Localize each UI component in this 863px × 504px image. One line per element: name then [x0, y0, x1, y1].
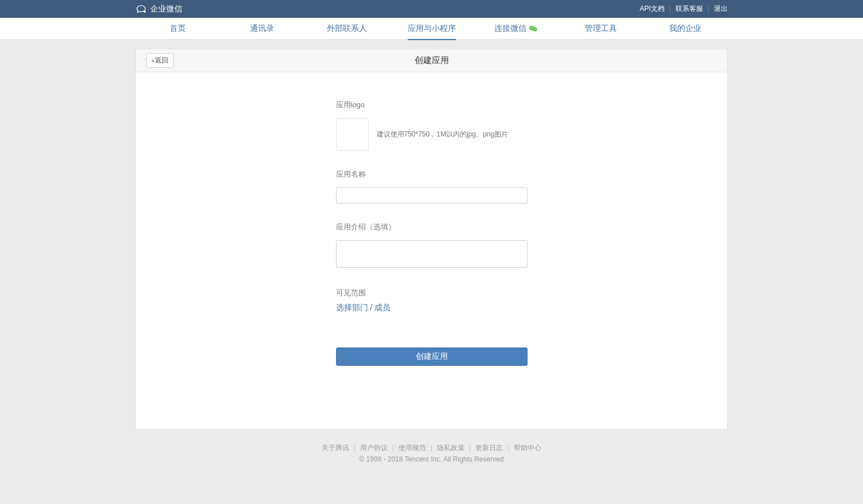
back-button[interactable]: « 返回: [146, 53, 174, 68]
separator: |: [708, 5, 709, 13]
brand-name: 企业微信: [150, 4, 182, 14]
separator: |: [392, 444, 394, 452]
nav-item-label: 连接微信: [494, 24, 526, 34]
topbar-link-api[interactable]: API文档: [639, 4, 664, 14]
footer-link-5[interactable]: 帮助中心: [514, 444, 541, 452]
topbar-link-support[interactable]: 联系客服: [675, 4, 703, 14]
separator: |: [507, 444, 509, 452]
nav-item-label: 我的企业: [669, 24, 701, 34]
nav-item-4[interactable]: 连接微信: [474, 18, 559, 40]
topbar-link-logout[interactable]: 退出: [714, 4, 728, 14]
svg-point-2: [533, 28, 537, 32]
create-app-button[interactable]: 创建应用: [336, 347, 528, 366]
brand-logo[interactable]: 企业微信: [135, 3, 182, 15]
page-title: 创建应用: [415, 55, 449, 66]
chevron-left-icon: «: [151, 57, 153, 64]
nav-item-3[interactable]: 应用与小程序: [389, 18, 474, 40]
svg-point-6: [536, 29, 536, 29]
app-name-input[interactable]: [336, 187, 528, 204]
app-desc-label: 应用介绍（选填）: [336, 222, 528, 232]
footer-link-1[interactable]: 用户协议: [360, 444, 388, 452]
nav-item-6[interactable]: 我的企业: [643, 18, 728, 40]
separator: |: [469, 444, 471, 452]
nav-item-5[interactable]: 管理工具: [559, 18, 643, 40]
app-name-label: 应用名称: [336, 169, 528, 179]
back-label: 返回: [155, 56, 169, 65]
logo-hint: 建议使用750*750，1M以内的jpg、png图片: [377, 130, 508, 139]
select-scope-link[interactable]: 选择部门 / 成员: [336, 303, 391, 312]
logo-uploader[interactable]: [336, 118, 369, 151]
separator: |: [669, 5, 671, 13]
svg-point-3: [530, 27, 531, 28]
footer-link-4[interactable]: 更新日志: [475, 444, 503, 452]
topbar-right: API文档 | 联系客服 | 退出: [639, 4, 728, 14]
svg-point-4: [532, 27, 533, 28]
svg-point-0: [144, 10, 146, 13]
svg-point-5: [534, 29, 534, 29]
logo-label: 应用logo: [336, 100, 528, 110]
separator: |: [354, 444, 356, 452]
nav-item-label: 首页: [170, 24, 186, 34]
footer-link-0[interactable]: 关于腾讯: [322, 444, 349, 452]
copyright: © 1998 - 2018 Tencent Inc. All Rights Re…: [135, 455, 728, 463]
nav-item-2[interactable]: 外部联系人: [304, 18, 389, 40]
scope-label: 可见范围: [336, 288, 528, 298]
nav-item-label: 管理工具: [585, 24, 617, 34]
chat-bubble-icon: [135, 3, 148, 15]
nav-item-1[interactable]: 通讯录: [220, 18, 305, 40]
nav-item-label: 通讯录: [250, 24, 274, 34]
wechat-icon: [529, 24, 538, 33]
footer-link-2[interactable]: 使用规范: [399, 444, 426, 452]
footer-link-3[interactable]: 隐私政策: [437, 444, 464, 452]
nav-item-0[interactable]: 首页: [135, 18, 220, 40]
nav-item-label: 外部联系人: [327, 24, 367, 34]
separator: |: [431, 444, 432, 452]
app-desc-input[interactable]: [336, 240, 528, 268]
nav-item-label: 应用与小程序: [408, 24, 456, 34]
